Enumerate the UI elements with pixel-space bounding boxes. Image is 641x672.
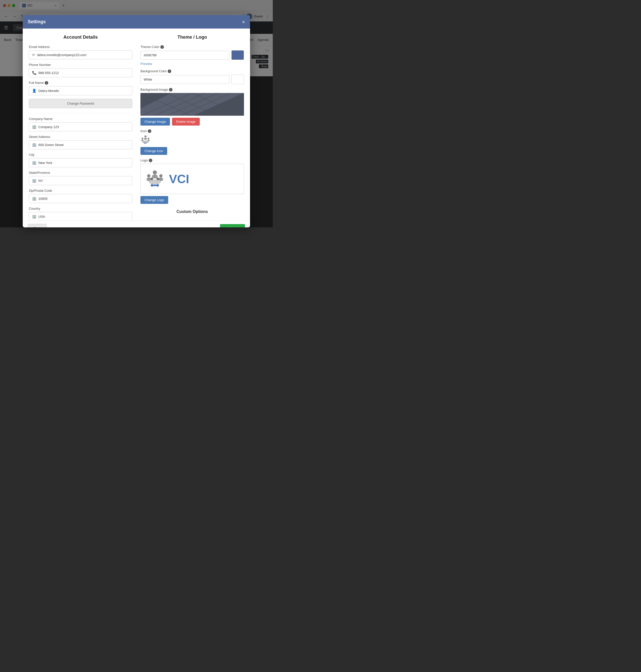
svg-point-17 (142, 141, 149, 144)
logo-info-icon[interactable]: i (149, 159, 152, 162)
change-icon-button[interactable]: Change Icon (140, 147, 167, 155)
zip-label: Zip/Postal Code (29, 189, 132, 192)
city-icon: 🏢 (32, 161, 36, 165)
company-value: Company 123 (38, 125, 59, 129)
theme-logo-section: Theme / Logo Theme Color i #506799 Previ… (140, 35, 244, 214)
email-input[interactable]: ✉ debra.morello@company123.com (29, 50, 132, 59)
svg-point-26 (150, 177, 153, 180)
update-button[interactable]: ✓ Update (220, 224, 245, 227)
custom-options-title: Custom Options (140, 207, 244, 214)
theme-color-label: Theme Color i (140, 45, 244, 49)
city-input[interactable]: 🏢 New York (29, 158, 132, 167)
street-value: 600 Green Street (38, 143, 64, 147)
email-label: Email Address (29, 45, 132, 49)
theme-logo-title: Theme / Logo (140, 35, 244, 40)
company-label: Company Name (29, 117, 132, 121)
country-value: USA (38, 215, 45, 218)
image-buttons: Change Image Delete Image (140, 118, 244, 125)
full-name-input[interactable]: 👤 Debra Morello (29, 86, 132, 95)
account-details-section: Account Details Email Address ✉ debra.mo… (29, 35, 132, 214)
modal-header: Settings × (23, 15, 250, 29)
state-value: NY (38, 179, 43, 183)
icon-preview-svg (140, 134, 151, 145)
modal-close-button[interactable]: × (242, 19, 245, 25)
logo-label: Logo i (140, 158, 244, 162)
logo-text: VCI (169, 172, 189, 186)
theme-color-value: #506799 (144, 53, 156, 57)
logo-icon-svg (145, 169, 165, 189)
modal-footer: Close ✓ Update (23, 220, 250, 227)
street-input[interactable]: 🏢 600 Green Street (29, 140, 132, 149)
person-icon: 👤 (32, 89, 36, 93)
city-label: City (29, 153, 132, 157)
svg-point-25 (149, 179, 161, 184)
theme-color-info-icon[interactable]: i (160, 45, 164, 49)
theme-color-input[interactable]: #506799 (140, 51, 229, 59)
logo-area: Logo i (140, 158, 244, 204)
change-password-button[interactable]: Change Password (29, 99, 132, 108)
svg-point-23 (159, 174, 163, 178)
update-label: Update (229, 226, 240, 227)
checkmark-icon: ✓ (225, 226, 228, 227)
country-input[interactable]: 🏢 USA (29, 212, 132, 220)
phone-icon: 📞 (32, 71, 36, 75)
zip-icon: 🏢 (32, 197, 36, 201)
full-name-info-icon[interactable]: i (45, 81, 48, 85)
state-input[interactable]: 🏢 NY (29, 176, 132, 185)
bg-color-info-icon[interactable]: i (168, 69, 171, 73)
country-icon: 🏢 (32, 214, 36, 218)
logo-preview-box: VCI (140, 164, 244, 194)
svg-point-16 (147, 139, 150, 142)
city-value: New York (38, 161, 52, 165)
modal-title: Settings (28, 19, 46, 25)
state-icon: 🏢 (32, 179, 36, 183)
modal-body: Account Details Email Address ✉ debra.mo… (23, 29, 250, 220)
svg-point-15 (148, 138, 149, 139)
svg-point-27 (156, 177, 159, 180)
building-icon: 🏢 (32, 125, 36, 129)
settings-modal: Settings × Account Details Email Address… (23, 15, 250, 227)
svg-point-14 (141, 139, 144, 142)
state-label: State/Province (29, 171, 132, 175)
svg-point-13 (142, 138, 143, 139)
street-label: Street Address (29, 135, 132, 139)
svg-point-21 (147, 174, 151, 178)
modal-overlay: Settings × Account Details Email Address… (0, 0, 273, 227)
address-building-icon: 🏢 (32, 143, 36, 147)
svg-point-20 (152, 174, 158, 178)
change-image-button[interactable]: Change Image (140, 118, 170, 125)
icon-area: Icon i (140, 129, 244, 155)
account-details-title: Account Details (29, 35, 132, 40)
icon-label: Icon i (140, 129, 244, 133)
bg-image-label: Background Image i (140, 88, 244, 92)
icon-info-icon[interactable]: i (148, 129, 151, 133)
bg-image-preview (140, 93, 244, 116)
bg-image-svg (140, 93, 244, 116)
email-value: debra.morello@company123.com (37, 53, 86, 57)
phone-label: Phone Number (29, 63, 132, 67)
bg-color-value: White (144, 78, 152, 81)
change-logo-button[interactable]: Change Logo (140, 196, 168, 204)
delete-image-button[interactable]: Delete Image (172, 118, 200, 125)
full-name-label: Full Name i (29, 81, 132, 85)
company-input[interactable]: 🏢 Company 123 (29, 122, 132, 131)
theme-color-swatch (231, 50, 244, 60)
bg-color-label: Background Color i (140, 69, 244, 73)
bg-image-info-icon[interactable]: i (169, 88, 173, 92)
close-button[interactable]: Close (28, 224, 47, 227)
full-name-value: Debra Morello (38, 89, 59, 93)
svg-point-19 (153, 170, 157, 174)
bg-color-row: White (140, 75, 244, 84)
bg-color-swatch (231, 75, 244, 84)
preview-link[interactable]: Preview (140, 62, 244, 66)
zip-value: 10005 (38, 197, 47, 201)
zip-input[interactable]: 🏢 10005 (29, 194, 132, 203)
bg-color-input[interactable]: White (140, 75, 229, 84)
country-label: Country (29, 207, 132, 211)
email-icon: ✉ (32, 53, 35, 57)
svg-point-12 (144, 138, 147, 140)
phone-value: 888-555-1212 (38, 71, 59, 75)
phone-input[interactable]: 📞 888-555-1212 (29, 68, 132, 77)
svg-point-11 (145, 135, 147, 137)
theme-color-row: #506799 (140, 50, 244, 60)
